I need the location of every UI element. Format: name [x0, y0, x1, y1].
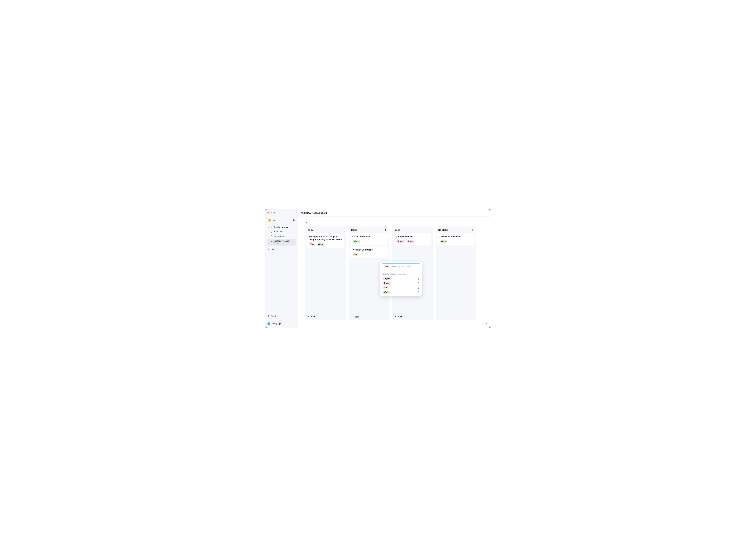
- card-title: [Completed task]: [396, 235, 429, 238]
- svg-point-3: [307, 222, 307, 223]
- tag: Fun: [309, 242, 315, 246]
- tag: Urgent: [382, 277, 392, 280]
- sidebar-item-getting-started[interactable]: ▾ ⭐ Getting started +: [267, 225, 296, 229]
- close-window-button[interactable]: [268, 212, 269, 214]
- sidebar-item-kanban-board[interactable]: AppFlowy Kanban Board: [267, 238, 296, 246]
- sidebar-item-read-me[interactable]: Read me: [267, 229, 296, 234]
- new-card-button[interactable]: + New: [305, 313, 346, 320]
- kebab-icon[interactable]: ⋮: [417, 282, 420, 284]
- document-icon: [270, 241, 272, 243]
- tag-select-popover: Fun Select an option or create one Urgen…: [380, 262, 422, 296]
- minimize-window-button[interactable]: [271, 212, 272, 214]
- board-area: To Do + Manage your tasks / projects usi…: [298, 217, 491, 328]
- nav-section-getting-started: ▾ ⭐ Getting started + Read me Simple tas…: [267, 225, 296, 246]
- card-title: [To be scheduled task]: [440, 235, 473, 238]
- tag: Fun: [353, 253, 359, 256]
- column-header: Done +: [392, 227, 433, 233]
- new-page-button[interactable]: + New page: [267, 321, 296, 326]
- column-todo: To Do + Manage your tasks / projects usi…: [305, 227, 346, 320]
- tag: Urgent: [396, 240, 405, 243]
- new-card-label: New: [311, 315, 315, 318]
- plus-icon: +: [351, 315, 353, 318]
- kanban-card[interactable]: Create a new card Work: [350, 233, 388, 245]
- tag: Work: [316, 242, 324, 246]
- user-name: Me: [273, 219, 291, 222]
- tag: Work: [440, 240, 447, 243]
- settings-icon[interactable]: [292, 219, 295, 222]
- tag: Travel: [382, 281, 391, 285]
- sidebar-item-label: Getting started: [274, 226, 292, 228]
- kanban-card[interactable]: Manage your tasks / projects using AppFl…: [307, 233, 344, 248]
- column-header: To Do +: [305, 227, 346, 233]
- trash-icon: [268, 315, 270, 317]
- zoom-window-button[interactable]: [273, 212, 275, 214]
- card-title: Create a new card: [353, 235, 386, 238]
- tag: Work: [353, 240, 360, 243]
- kebab-icon[interactable]: ⋮: [417, 291, 420, 293]
- nav-section-inbox: ▾ Inbox +: [267, 247, 296, 251]
- column-title: To Do: [308, 229, 314, 231]
- column-title: Doing: [351, 229, 357, 231]
- divider: [380, 271, 422, 271]
- add-card-icon[interactable]: +: [428, 228, 431, 231]
- card-title: Manage your tasks / projects using AppFl…: [309, 235, 342, 241]
- column-body: [To be scheduled task] Work: [436, 233, 477, 320]
- app-window: 😀 Me ▾ ⭐ Getting started + Read me: [265, 209, 491, 328]
- kanban-card[interactable]: [To be scheduled task] Work: [438, 233, 475, 245]
- plus-circle-icon: +: [268, 322, 270, 325]
- column-title: Done: [395, 229, 400, 231]
- new-page-label: New page: [272, 323, 281, 325]
- sidebar: 😀 Me ▾ ⭐ Getting started + Read me: [265, 209, 298, 328]
- tag-option-fun[interactable]: Fun ✓ ⋮: [382, 285, 420, 290]
- board-settings-icon[interactable]: [305, 221, 308, 224]
- sidebar-item-simple-tasks[interactable]: Simple tasks: [267, 234, 296, 238]
- user-avatar-icon: 😀: [268, 219, 271, 222]
- tag-search-input[interactable]: [392, 265, 419, 268]
- document-icon: [270, 235, 272, 237]
- topbar: AppFlowy Kanban Board: [298, 209, 491, 217]
- check-icon: ✓: [414, 287, 416, 289]
- sidebar-item-label: Simple tasks: [273, 235, 285, 237]
- svg-point-4: [306, 222, 308, 223]
- kanban-card[interactable]: Visualize your tasks Fun: [350, 246, 388, 258]
- help-button[interactable]: ?: [484, 321, 488, 325]
- tag-option-urgent[interactable]: Urgent ⋮: [382, 276, 420, 281]
- tag: Fun: [382, 286, 389, 289]
- popover-hint: Select an option or create one: [382, 272, 420, 276]
- sidebar-item-inbox[interactable]: ▾ Inbox +: [267, 247, 296, 251]
- page-title: AppFlowy Kanban Board: [301, 212, 327, 214]
- svg-point-1: [293, 220, 294, 221]
- workspace-header[interactable]: 😀 Me: [267, 216, 296, 225]
- chevron-down-icon[interactable]: ▾: [268, 248, 270, 250]
- add-card-icon[interactable]: +: [341, 228, 343, 231]
- kebab-icon[interactable]: ⋮: [417, 287, 420, 289]
- add-card-icon[interactable]: +: [471, 228, 474, 231]
- column-header: Doing +: [349, 227, 389, 233]
- sidebar-item-label: Inbox: [271, 248, 292, 250]
- card-tags: Work: [353, 240, 386, 243]
- add-page-icon[interactable]: +: [293, 248, 295, 250]
- new-card-label: New: [398, 315, 402, 318]
- add-page-icon[interactable]: +: [293, 226, 295, 228]
- selected-chip[interactable]: Fun: [383, 265, 390, 268]
- tag-option-travel[interactable]: Travel ⋮: [382, 281, 420, 285]
- card-tags: Fun: [353, 253, 386, 256]
- kanban-card[interactable]: [Completed task] Urgent Travel: [394, 233, 431, 245]
- column-title: No Status: [438, 229, 448, 231]
- trash-button[interactable]: Trash: [267, 314, 296, 318]
- column-header: No Status +: [436, 227, 477, 233]
- kebab-icon[interactable]: ⋮: [417, 277, 420, 280]
- card-tags: Fun Work: [309, 242, 342, 246]
- star-icon: ⭐: [271, 226, 273, 228]
- tag-search-field[interactable]: Fun: [382, 263, 420, 269]
- chevron-down-icon[interactable]: ▾: [268, 226, 270, 228]
- column-no-status: No Status + [To be scheduled task] Work: [436, 227, 477, 320]
- tag-option-work[interactable]: Work ⋮: [382, 290, 420, 295]
- add-card-icon[interactable]: +: [384, 228, 387, 231]
- sidebar-item-label: Read me: [273, 230, 282, 233]
- sidebar-item-label: AppFlowy Kanban Board: [273, 240, 295, 244]
- card-title: Visualize your tasks: [353, 248, 386, 251]
- collapse-sidebar-icon[interactable]: [292, 212, 295, 215]
- new-card-button[interactable]: + New: [349, 313, 389, 320]
- new-card-button[interactable]: + New: [392, 313, 433, 320]
